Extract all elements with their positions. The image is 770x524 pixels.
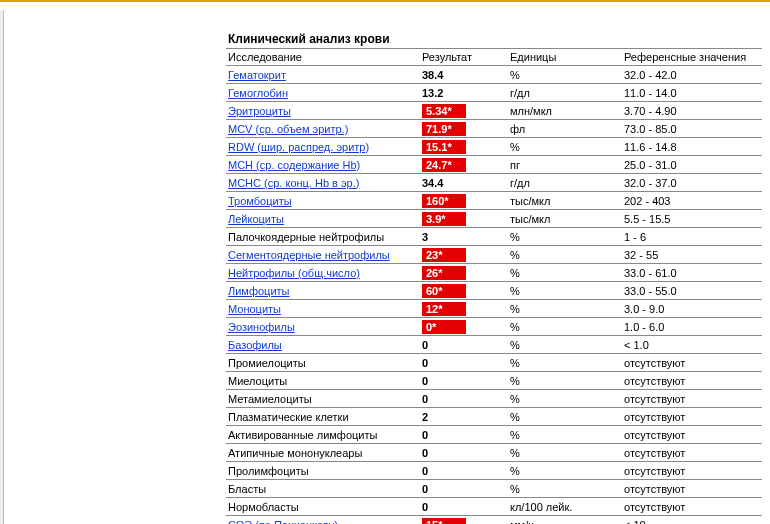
table-row: Тромбоциты160*тыс/мкл202 - 403 [226, 192, 762, 210]
units-cell: % [508, 336, 622, 354]
result-value: 34.4 [422, 177, 443, 189]
reference-cell: 25.0 - 31.0 [622, 156, 762, 174]
reference-cell: отсутствуют [622, 462, 762, 480]
units-cell: % [508, 408, 622, 426]
result-flagged: 3.9* [422, 212, 466, 226]
reference-cell: 33.0 - 55.0 [622, 282, 762, 300]
reference-cell: 32.0 - 37.0 [622, 174, 762, 192]
test-name[interactable]: Лимфоциты [228, 285, 289, 297]
result-flagged: 15* [422, 518, 466, 525]
result-flagged: 0* [422, 320, 466, 334]
reference-cell: 32.0 - 42.0 [622, 66, 762, 84]
table-row: Активированные лимфоциты0%отсутствуют [226, 426, 762, 444]
result-flagged: 71.9* [422, 122, 466, 136]
units-cell: % [508, 480, 622, 498]
table-row: Лейкоциты3.9*тыс/мкл5.5 - 15.5 [226, 210, 762, 228]
units-cell: % [508, 372, 622, 390]
units-cell: млн/мкл [508, 102, 622, 120]
col-header-result: Результат [420, 49, 508, 66]
reference-cell: < 1.0 [622, 336, 762, 354]
test-name[interactable]: Тромбоциты [228, 195, 292, 207]
test-name: Пролимфоциты [228, 465, 309, 477]
test-name: Бласты [228, 483, 266, 495]
reference-cell: 33.0 - 61.0 [622, 264, 762, 282]
report-title: Клинический анализ крови [226, 30, 762, 49]
table-row: Моноциты12*%3.0 - 9.0 [226, 300, 762, 318]
test-name[interactable]: Базофилы [228, 339, 282, 351]
reference-cell: 1 - 6 [622, 228, 762, 246]
reference-cell: 32 - 55 [622, 246, 762, 264]
table-row: Эозинофилы0*%1.0 - 6.0 [226, 318, 762, 336]
test-name[interactable]: Нейтрофилы (общ.число) [228, 267, 360, 279]
test-name[interactable]: MCHC (ср. конц. Hb в эр.) [228, 177, 359, 189]
table-row: MCHC (ср. конц. Hb в эр.)34.4г/дл32.0 - … [226, 174, 762, 192]
units-cell: тыс/мкл [508, 192, 622, 210]
result-value: 3 [422, 231, 428, 243]
result-value: 38.4 [422, 69, 443, 81]
test-name[interactable]: СОЭ (по Панченкову) [228, 519, 338, 525]
window-top-border [0, 0, 770, 2]
result-value: 0 [422, 447, 428, 459]
units-cell: % [508, 138, 622, 156]
units-cell: % [508, 462, 622, 480]
table-row: Промиелоциты0%отсутствуют [226, 354, 762, 372]
table-row: Сегментоядерные нейтрофилы23*%32 - 55 [226, 246, 762, 264]
col-header-units: Единицы [508, 49, 622, 66]
units-cell: % [508, 300, 622, 318]
test-name[interactable]: Лейкоциты [228, 213, 284, 225]
reference-cell: 3.0 - 9.0 [622, 300, 762, 318]
units-cell: % [508, 246, 622, 264]
test-name[interactable]: Гематокрит [228, 69, 286, 81]
units-cell: % [508, 318, 622, 336]
table-row: Палочкоядерные нейтрофилы3%1 - 6 [226, 228, 762, 246]
table-row: Нейтрофилы (общ.число)26*%33.0 - 61.0 [226, 264, 762, 282]
reference-cell: отсутствуют [622, 408, 762, 426]
test-name[interactable]: Эозинофилы [228, 321, 295, 333]
units-cell: кл/100 лейк. [508, 498, 622, 516]
report-document: Клинический анализ крови Исследование Ре… [226, 30, 762, 524]
result-flagged: 23* [422, 248, 466, 262]
reference-cell: отсутствуют [622, 354, 762, 372]
test-name[interactable]: Моноциты [228, 303, 281, 315]
test-name[interactable]: RDW (шир. распред. эритр) [228, 141, 369, 153]
units-cell: % [508, 354, 622, 372]
test-name: Активированные лимфоциты [228, 429, 377, 441]
test-name[interactable]: Сегментоядерные нейтрофилы [228, 249, 390, 261]
units-cell: % [508, 444, 622, 462]
units-cell: фл [508, 120, 622, 138]
test-name: Метамиелоциты [228, 393, 312, 405]
reference-cell: отсутствуют [622, 372, 762, 390]
result-flagged: 5.34* [422, 104, 466, 118]
reference-cell: отсутствуют [622, 444, 762, 462]
test-name[interactable]: MCV (ср. объем эритр.) [228, 123, 348, 135]
table-row: MCV (ср. объем эритр.)71.9*фл73.0 - 85.0 [226, 120, 762, 138]
table-row: Плазматические клетки2%отсутствуют [226, 408, 762, 426]
table-header-row: Исследование Результат Единицы Референсн… [226, 49, 762, 66]
units-cell: % [508, 390, 622, 408]
units-cell: % [508, 264, 622, 282]
test-name[interactable]: Гемоглобин [228, 87, 288, 99]
table-row: Лимфоциты60*%33.0 - 55.0 [226, 282, 762, 300]
result-value: 0 [422, 357, 428, 369]
result-flagged: 12* [422, 302, 466, 316]
reference-cell: < 10 [622, 516, 762, 525]
units-cell: % [508, 282, 622, 300]
table-row: Нормобласты0кл/100 лейк.отсутствуют [226, 498, 762, 516]
units-cell: тыс/мкл [508, 210, 622, 228]
results-table: Исследование Результат Единицы Референсн… [226, 49, 762, 524]
reference-cell: отсутствуют [622, 480, 762, 498]
table-row: Эритроциты5.34*млн/мкл3.70 - 4.90 [226, 102, 762, 120]
result-value: 13.2 [422, 87, 443, 99]
result-flagged: 160* [422, 194, 466, 208]
test-name: Плазматические клетки [228, 411, 349, 423]
units-cell: г/дл [508, 84, 622, 102]
reference-cell: отсутствуют [622, 498, 762, 516]
test-name[interactable]: MCH (ср. содержание Hb) [228, 159, 360, 171]
test-name: Атипичные мононуклеары [228, 447, 362, 459]
reference-cell: 11.0 - 14.0 [622, 84, 762, 102]
reference-cell: 73.0 - 85.0 [622, 120, 762, 138]
test-name[interactable]: Эритроциты [228, 105, 291, 117]
table-row: Миелоциты0%отсутствуют [226, 372, 762, 390]
units-cell: пг [508, 156, 622, 174]
col-header-ref: Референсные значения [622, 49, 762, 66]
